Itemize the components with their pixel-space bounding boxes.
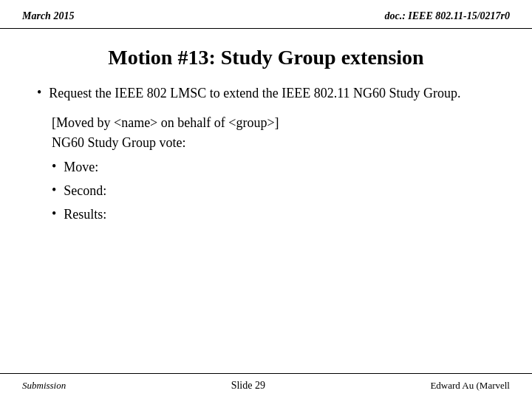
header-doc: doc.: IEEE 802.11-15/0217r0 (384, 10, 510, 22)
slide-content: • Request the IEEE 802 LMSC to extend th… (0, 83, 532, 224)
footer-author: Edward Au (Marvell (430, 380, 510, 392)
footer-submission: Submission (22, 380, 66, 392)
bullet-text-1: Request the IEEE 802 LMSC to extend the … (49, 83, 460, 103)
sub-bullet-second: • Second: (52, 181, 495, 200)
footer-slide-number: Slide 29 (231, 380, 265, 392)
bullet-symbol-1: • (37, 85, 41, 100)
sub-bullet-move: • Move: (52, 157, 495, 177)
sub-bullet-symbol-1: • (52, 159, 56, 174)
header-date: March 2015 (22, 10, 74, 22)
slide-header: March 2015 doc.: IEEE 802.11-15/0217r0 (0, 0, 532, 29)
sub-bullet-results: • Results: (52, 205, 495, 224)
sub-bullet-text-1: Move: (64, 157, 98, 177)
bullet-item-1: • Request the IEEE 802 LMSC to extend th… (37, 83, 495, 103)
moved-line-2: NG60 Study Group vote: (52, 133, 495, 153)
slide-footer: Submission Slide 29 Edward Au (Marvell (0, 373, 532, 399)
slide-container: March 2015 doc.: IEEE 802.11-15/0217r0 M… (0, 0, 532, 399)
sub-bullet-symbol-3: • (52, 206, 56, 222)
moved-block: [Moved by <name> on behalf of <group>] N… (52, 113, 495, 153)
moved-line-1: [Moved by <name> on behalf of <group>] (52, 113, 495, 133)
sub-bullet-text-2: Second: (64, 181, 106, 200)
sub-bullet-symbol-2: • (52, 183, 56, 198)
sub-bullet-text-3: Results: (64, 205, 106, 224)
sub-bullets: • Move: • Second: • Results: (52, 157, 495, 224)
slide-title: Motion #13: Study Group extension (22, 45, 510, 70)
